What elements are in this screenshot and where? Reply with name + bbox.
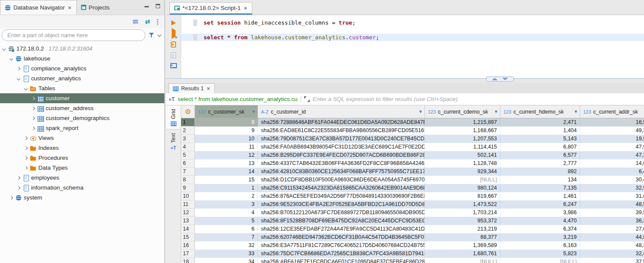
expander-collapsed-icon[interactable] [31, 116, 35, 120]
tree-item-system[interactable]: system [0, 193, 164, 203]
results-filter-input[interactable] [313, 96, 641, 102]
grid-cell[interactable]: 502,141 [425, 151, 500, 159]
tree-item-employees[interactable]: employees [0, 173, 164, 183]
grid-cell[interactable]: 8 [195, 118, 258, 127]
grid-cell[interactable]: 3 [195, 200, 258, 209]
minimize-icon[interactable] [145, 6, 149, 7]
grid-cell[interactable]: [NULL] [425, 176, 500, 184]
close-icon[interactable]: × [206, 86, 210, 92]
row-number[interactable]: 5 [181, 151, 195, 159]
grid-cell[interactable]: 5,143 [500, 135, 580, 143]
row-number[interactable]: 2 [181, 127, 195, 135]
grid-cell[interactable]: 4,470 [500, 217, 580, 225]
grid-cell[interactable]: 1,473,522 [425, 200, 500, 209]
grid-cell[interactable]: 6,807 [500, 143, 580, 151]
grid-cell[interactable]: 1,461 [500, 192, 580, 200]
grid-cell[interactable]: 15 [195, 176, 258, 184]
grid-cell[interactable]: [NULL] [500, 258, 580, 263]
column-dropdown-icon[interactable]: ▼ [574, 109, 578, 114]
column-header-c_current_hdemo_sk[interactable]: 123c_current_hdemo_sk▼ [500, 105, 580, 118]
grid-cell[interactable]: 10 [195, 135, 258, 143]
grid-cell[interactable]: sha256:C9115342454A2323DA815865CAA326064… [258, 184, 425, 192]
expander-collapsed-icon[interactable] [17, 186, 20, 189]
row-number[interactable]: 17 [181, 250, 195, 258]
row-number[interactable]: 14 [181, 225, 195, 233]
grid-cell[interactable]: 32,94 [580, 184, 644, 192]
row-number[interactable]: 15 [181, 233, 195, 241]
grid-cell[interactable]: 1,128,748 [425, 159, 500, 168]
grid-cell[interactable]: sha256:72888646ABF61FA044EDEC061D6DA5A09… [258, 118, 425, 127]
grid-cell[interactable]: 1,114,415 [425, 143, 500, 151]
grid-cell[interactable]: sha256:42810C83B0360CE125634F068BAF8FF75… [258, 168, 425, 176]
grid-cell[interactable]: 134 [500, 176, 580, 184]
close-icon[interactable]: × [67, 5, 72, 11]
grid-cell[interactable]: sha256:8F1528BB708DF69EB475DC92A8C20EC44… [258, 217, 425, 225]
grid-cell[interactable]: 980,124 [425, 184, 500, 192]
tree-item-customer-address[interactable]: customer_address [0, 103, 164, 113]
object-filter-input[interactable] [2, 29, 145, 41]
tree-item-172-18-0-2[interactable]: 172.18.0.2172.18.0.2:31604 [0, 44, 164, 54]
column-dropdown-icon[interactable]: ▼ [251, 109, 256, 114]
grid-cell[interactable]: 2 [195, 192, 258, 200]
expander-collapsed-icon[interactable] [24, 146, 28, 149]
close-icon[interactable]: × [243, 5, 248, 11]
grid-cell[interactable]: 31,65 [580, 192, 644, 200]
grid-cell[interactable]: sha256:876ACE5EFED349A2D56F77D5084891433… [258, 192, 425, 200]
expander-collapsed-icon[interactable] [31, 106, 35, 110]
grid-cell[interactable]: 48,29 [580, 241, 644, 250]
chevron-down-icon[interactable] [157, 32, 162, 37]
grid-cell[interactable]: 30,46 [580, 176, 644, 184]
grid-cell[interactable]: 1,215,897 [425, 118, 500, 127]
grid-cell[interactable]: 44,81 [580, 233, 644, 241]
grid-cell[interactable]: 39,55 [580, 209, 644, 217]
grid-cell[interactable]: 1,703,214 [425, 209, 500, 217]
collapse-all-icon[interactable] [133, 20, 138, 24]
execute-statement-icon[interactable] [171, 20, 176, 25]
code-line[interactable] [181, 26, 644, 34]
tab-projects[interactable]: Projects [77, 0, 114, 15]
execute-script-icon[interactable] [171, 41, 176, 48]
grid-cell[interactable]: 13 [195, 159, 258, 168]
grid-cell[interactable]: 892 [500, 168, 580, 176]
grid-cell[interactable]: 929,344 [425, 168, 500, 176]
grid-cell[interactable]: 1,207,553 [425, 135, 500, 143]
grid-cell[interactable]: sha256:79D08751C3EA7C83BA57D177E00413D0C… [258, 135, 425, 143]
grid-cell[interactable]: sha256:B295D8FC337E9E4FECD0725D907ACD6B6… [258, 151, 425, 159]
grid-cell[interactable]: 48,57 [580, 200, 644, 209]
execute-new-tab-icon[interactable] [172, 30, 176, 37]
grid-cell[interactable]: 1,404 [500, 127, 580, 135]
column-dropdown-icon[interactable]: ▼ [418, 109, 423, 114]
grid-cell[interactable]: 1 [195, 184, 258, 192]
tree-item-procedures[interactable]: Procedures [0, 153, 164, 163]
grid-cell[interactable]: sha256:620746BED947362BCD6CF31B0A4C547DD… [258, 233, 425, 241]
grid-cell[interactable]: 27,08 [580, 225, 644, 233]
grid-cell[interactable]: 12 [195, 151, 258, 159]
grid-cell[interactable]: sha256:E3A77511F81C7289C76C4065217D5D406… [258, 241, 425, 250]
side-tab-grid[interactable]: Grid [166, 105, 181, 130]
sql-console-icon[interactable] [170, 63, 177, 68]
tab-database-navigator[interactable]: Database Navigator × [0, 0, 77, 15]
grid-cell[interactable]: 6,247 [500, 200, 580, 209]
grid-cell[interactable]: 6,44 [580, 168, 644, 176]
expander-collapsed-icon[interactable] [24, 136, 28, 139]
grid-cell[interactable]: 34 [195, 258, 258, 263]
grid-cell[interactable]: 47,36 [580, 151, 644, 159]
grid-cell[interactable]: [NULL] [425, 258, 500, 263]
row-number[interactable]: 4 [181, 143, 195, 151]
maximize-icon[interactable] [156, 4, 160, 8]
expander-collapsed-icon[interactable] [17, 176, 20, 179]
grid-cell[interactable]: 213,219 [425, 225, 500, 233]
tree-item-compliance-analytics[interactable]: compliance_analytics [0, 63, 164, 73]
expander-collapsed-icon[interactable] [31, 96, 35, 100]
grid-cell[interactable]: 37,50 [580, 258, 644, 263]
grid-cell[interactable]: sha256:ABFA16E7F1FCBDCA6F01CF1095D84F37C… [258, 258, 425, 263]
tree-item-customer-analytics[interactable]: customer_analytics [0, 73, 164, 83]
side-tab-text[interactable]: Text«T [166, 130, 181, 153]
row-number[interactable]: 13 [181, 217, 195, 225]
expander-expanded-icon[interactable] [17, 76, 20, 80]
tab-results-1[interactable]: Results 1 × [169, 83, 215, 93]
filter-funnel-icon[interactable] [149, 32, 154, 38]
grid-cell[interactable]: 19,58 [580, 135, 644, 143]
row-number[interactable]: 12 [181, 209, 195, 217]
tree-item-data-types[interactable]: Data Types [0, 163, 164, 173]
